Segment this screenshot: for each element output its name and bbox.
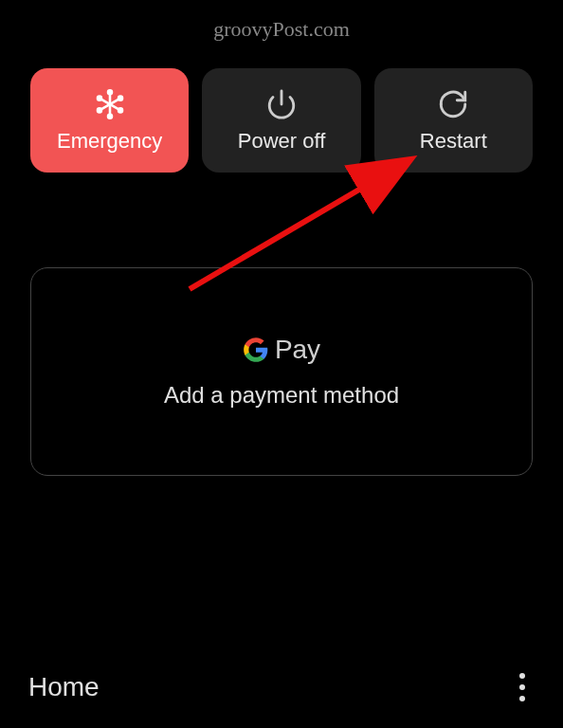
power-off-button[interactable]: Power off xyxy=(202,68,360,173)
emergency-label: Emergency xyxy=(57,129,162,154)
more-menu-icon[interactable] xyxy=(510,664,535,711)
restart-icon xyxy=(437,87,469,121)
svg-point-4 xyxy=(108,115,112,118)
svg-point-3 xyxy=(108,90,112,94)
home-label[interactable]: Home xyxy=(28,672,100,702)
bottom-bar: Home xyxy=(0,664,563,711)
power-off-label: Power off xyxy=(238,129,326,154)
svg-point-8 xyxy=(118,108,122,112)
restart-button[interactable]: Restart xyxy=(374,68,533,173)
gpay-subtitle: Add a payment method xyxy=(164,382,399,409)
emergency-button[interactable]: Emergency xyxy=(30,68,189,173)
google-g-icon xyxy=(243,337,269,363)
gpay-brand-text: Pay xyxy=(275,335,320,365)
svg-point-6 xyxy=(118,97,122,100)
power-icon xyxy=(265,87,298,121)
gpay-logo: Pay xyxy=(243,335,320,365)
restart-label: Restart xyxy=(420,129,487,154)
gpay-card[interactable]: Pay Add a payment method xyxy=(30,267,533,476)
watermark-text: groovyPost.com xyxy=(213,17,350,42)
svg-point-5 xyxy=(98,97,101,100)
svg-point-7 xyxy=(98,108,101,112)
emergency-icon xyxy=(94,87,126,121)
